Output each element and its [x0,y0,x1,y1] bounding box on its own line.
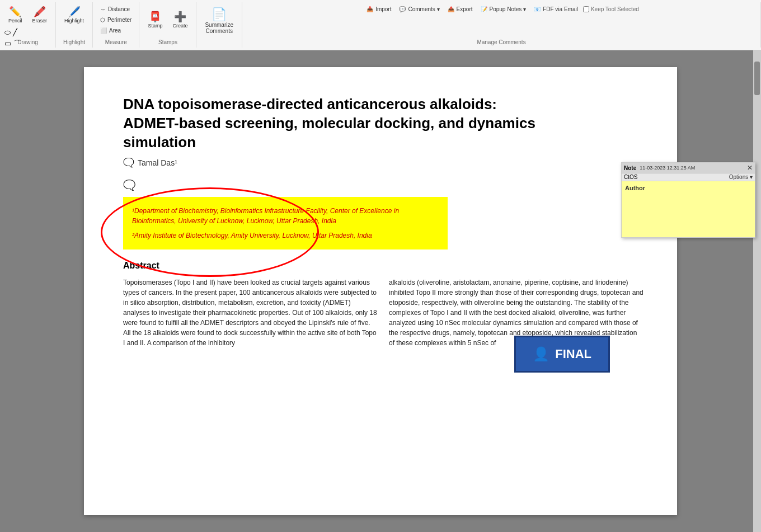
affiliation-2: ²Amity Institute of Biotechnology, Amity… [132,230,439,241]
note-author-label: Author [625,185,645,191]
fdf-email-button[interactable]: 📧 FDF via Email [531,4,581,14]
distance-button[interactable]: ↔ Distance [97,4,134,14]
highlight-button[interactable]: 🖊️ Highlight [60,4,88,36]
measure-group: ↔ Distance ⬡ Perimeter ⬜ Area Measure [93,2,139,48]
final-stamp-icon: 👤 [533,346,549,362]
note-body: Author [622,181,755,237]
note-ctos: CtOS [624,174,637,180]
scrollbar-thumb[interactable] [754,62,760,95]
distance-icon: ↔ [100,6,106,12]
summarize-tools: 📄 SummarizeComments [201,4,237,46]
main-toolbar: ✏️ Pencil 🖍️ Eraser ⬭ ╱ ▭ ⌒ [0,0,761,50]
comments-dropdown-button[interactable]: 💬 Comments ▾ [396,4,442,14]
abstract-title: Abstract [123,261,643,271]
note-popup: Note 11-03-2023 12:31:25 AM ✕ CtOS Optio… [621,162,755,238]
author-icon: 🗨️ [123,157,134,168]
popup-notes-button[interactable]: 📝 Popup Notes ▾ [478,4,529,14]
author-name: Tamal Das¹ [138,158,177,167]
manage-label: Manage Comments [242,39,760,45]
stamp-icon: 📮 [149,12,161,22]
drawing-row-1: ✏️ Pencil 🖍️ Eraser [4,4,51,26]
pdf-page: DNA topoisomerase-directed anticancerous… [84,67,677,515]
perimeter-icon: ⬡ [100,17,105,23]
pencil-button[interactable]: ✏️ Pencil [4,4,26,26]
measure-label: Measure [93,39,139,45]
note-date: 11-03-2023 12:31:25 AM [640,165,695,171]
import-button[interactable]: 📥 Import [364,4,394,14]
highlight-group: 🖊️ Highlight Highlight [56,2,93,48]
note-options[interactable]: Options ▾ [729,174,753,180]
summarize-icon: 📄 [212,7,227,22]
keep-tool-checkbox[interactable] [583,6,589,12]
manage-comments-group: 📥 Import 💬 Comments ▾ 📤 Export 📝 Popup N… [242,2,761,48]
oval-shape[interactable]: ⬭ [4,28,11,37]
eraser-button[interactable]: 🖍️ Eraser [29,4,51,26]
area-icon: ⬜ [100,27,107,34]
note-subheader: CtOS Options ▾ [622,173,755,181]
pencil-icon: ✏️ [9,7,21,17]
summarize-comments-button[interactable]: 📄 SummarizeComments [201,4,237,37]
create-button[interactable]: ➕ Create [168,10,191,31]
manage-row-1: 📥 Import 💬 Comments ▾ [364,4,442,14]
stamps-group: 📮 Stamp ➕ Create Stamps [139,2,196,48]
create-icon: ➕ [174,12,186,22]
manage-row-3: 📧 FDF via Email Keep Tool Selected [531,4,639,14]
final-stamp-text: FINAL [555,347,591,361]
comments-icon: 💬 [399,6,406,12]
drawing-label: Drawing [0,39,55,45]
eraser-icon: 🖍️ [34,7,46,17]
perimeter-button[interactable]: ⬡ Perimeter [97,15,134,25]
keep-tool-label[interactable]: Keep Tool Selected [583,6,639,12]
highlight-label: Highlight [56,39,92,45]
final-stamp: 👤 FINAL [514,336,610,373]
area-button[interactable]: ⬜ Area [97,26,134,35]
main-content: DNA topoisomerase-directed anticancerous… [0,50,761,532]
stamp-button[interactable]: 📮 Stamp [144,10,166,31]
drawing-group: ✏️ Pencil 🖍️ Eraser ⬭ ╱ ▭ ⌒ [0,2,56,48]
affiliation-1: ¹Department of Biochemistry, Bioinformat… [132,206,439,226]
note-header: Note 11-03-2023 12:31:25 AM ✕ [622,163,755,173]
affiliation-box: ¹Department of Biochemistry, Bioinformat… [123,197,448,249]
stamps-label: Stamps [139,39,196,45]
popup-notes-icon: 📝 [481,6,487,12]
comment-icon: 🗨️ [123,179,643,191]
manage-row-2: 📤 Export 📝 Popup Notes ▾ [445,4,529,14]
author-line: 🗨️ Tamal Das¹ [123,157,643,168]
export-button[interactable]: 📤 Export [445,4,476,14]
abstract-left: Topoisomerases (Topo I and II) have been… [123,277,378,352]
abstract-left-text: Topoisomerases (Topo I and II) have been… [123,277,378,348]
email-icon: 📧 [534,6,541,12]
note-close-button[interactable]: ✕ [747,164,753,172]
note-type-label: Note [624,165,636,171]
import-icon: 📥 [367,6,373,12]
document-title: DNA topoisomerase-directed anticancerous… [123,95,543,152]
note-header-left: Note 11-03-2023 12:31:25 AM [624,165,695,171]
measure-col: ↔ Distance ⬡ Perimeter ⬜ Area [97,4,134,35]
line-shape[interactable]: ╱ [13,28,17,36]
scrollbar[interactable] [753,50,761,532]
summarize-group: 📄 SummarizeComments [196,2,242,48]
export-icon: 📤 [448,6,454,12]
highlight-icon: 🖊️ [68,7,81,17]
drawing-row-2: ⬭ ╱ [4,28,51,37]
